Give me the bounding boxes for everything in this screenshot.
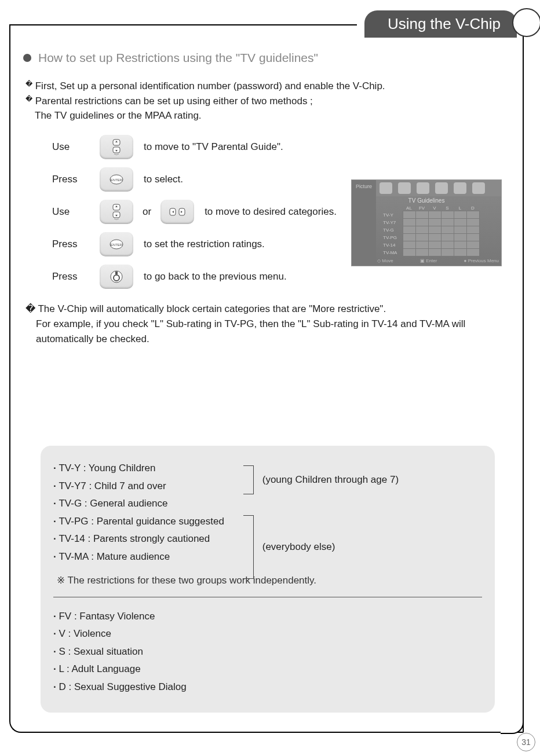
screenshot-sidebar: Picture xyxy=(352,180,376,266)
list-item: TV-G : General audience xyxy=(53,495,482,513)
enter-button-icon: ENTER xyxy=(100,167,133,192)
intro-line-2b: The TV guidelines or the MPAA rating. xyxy=(35,108,512,123)
tab-icon xyxy=(380,182,392,194)
svg-text:ENTER: ENTER xyxy=(111,178,123,182)
tab-icon xyxy=(417,182,429,194)
bracket-group-a: (young Children through age 7) xyxy=(243,465,399,494)
list-item: V : Violence xyxy=(53,625,482,643)
definitions-card: TV-Y : Young Children TV-Y7 : Child 7 an… xyxy=(41,446,495,713)
tab-icon xyxy=(398,182,411,194)
section-heading: How to set up Restrictions using the "TV… xyxy=(23,51,512,65)
header-circle-icon xyxy=(512,8,540,37)
divider xyxy=(53,597,482,597)
leftright-button-icon xyxy=(160,200,194,224)
subratings-definition-list: FV : Fantasy Violence V : Violence S : S… xyxy=(53,608,482,696)
updown-button-icon xyxy=(100,135,133,159)
list-item: S : Sexual situation xyxy=(53,643,482,661)
page-number: 31 xyxy=(517,733,535,751)
page: Using the V-Chip How to set up Restricti… xyxy=(0,0,540,756)
svg-text:ENTER: ENTER xyxy=(111,243,123,247)
return-button-icon xyxy=(100,265,133,289)
frame-right-border xyxy=(523,24,524,733)
screenshot-grid: AL FV V S L D TV-Y TV-Y7 TV-G TV-PG TV-1… xyxy=(383,205,480,256)
tab-icon xyxy=(454,182,466,194)
list-item: L : Adult Language xyxy=(53,660,482,678)
bracket-group-b: (everybody else) xyxy=(243,515,335,579)
bracket-icon xyxy=(243,515,254,579)
bullet-dot-icon xyxy=(23,54,31,62)
tab-icon xyxy=(435,182,448,194)
note-block: � The V-Chip will automatically block ce… xyxy=(25,302,512,347)
header-title: Using the V-Chip xyxy=(388,15,501,32)
screenshot-grid-title: TV Guidelines xyxy=(352,197,501,204)
tab-icon xyxy=(472,182,485,194)
screenshot-hints: ◇ Move ▣ Enter ● Previous Menu xyxy=(377,258,499,263)
tv-guidelines-screenshot: Picture TV Guidelines AL FV V S L xyxy=(351,179,502,266)
step-row: Press to go back to the previous menu. xyxy=(52,265,512,289)
intro-line-2: � Parental restrictions can be set up us… xyxy=(25,94,512,109)
ratings-definition-list: TV-Y : Young Children TV-Y7 : Child 7 an… xyxy=(53,460,482,566)
enter-button-icon: ENTER xyxy=(100,232,133,256)
step-row: Use to move to "TV Parental Guide". xyxy=(52,135,512,159)
updown-button-icon xyxy=(100,200,133,224)
intro-line-1: � First, Set up a personal identificatio… xyxy=(25,79,512,94)
svg-rect-11 xyxy=(115,271,118,274)
bracket-icon xyxy=(243,465,254,494)
section-title-text: How to set up Restrictions using the "TV… xyxy=(38,51,318,65)
list-item: D : Sexual Suggestive Dialog xyxy=(53,678,482,696)
header-tab: Using the V-Chip xyxy=(364,10,517,38)
frame-corner xyxy=(501,711,524,734)
list-item: FV : Fantasy Violence xyxy=(53,608,482,626)
